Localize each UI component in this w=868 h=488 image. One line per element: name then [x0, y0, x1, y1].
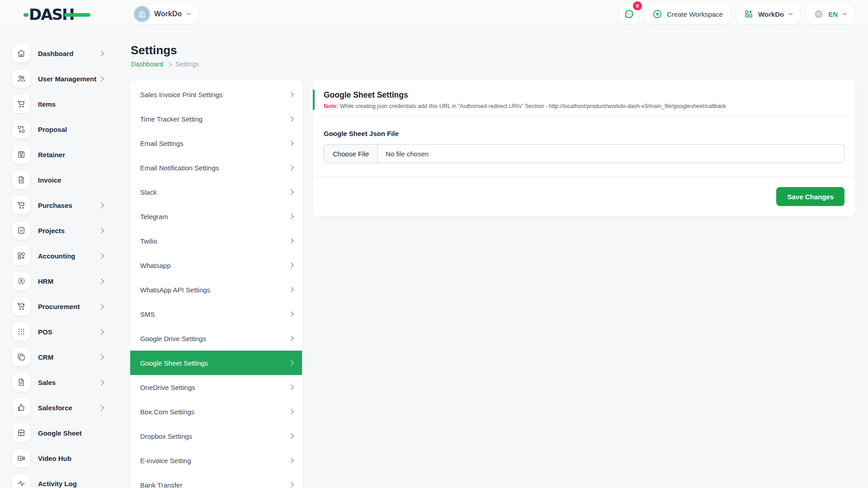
messages-button[interactable]: 0 — [618, 4, 639, 24]
file-icon — [12, 171, 30, 189]
settings-menu-item[interactable]: Slack — [130, 180, 302, 204]
chevron-right-icon — [288, 433, 293, 438]
save-disk-icon — [12, 145, 30, 164]
settings-menu-item[interactable]: SMS — [130, 302, 302, 326]
sidebar-item-video-hub[interactable]: Video Hub — [0, 446, 117, 471]
settings-menu-item[interactable]: OneDrive Settings — [130, 375, 302, 399]
app-switcher[interactable]: WorkDo — [736, 4, 801, 24]
language-selector[interactable]: EN — [806, 4, 854, 24]
building-icon — [137, 9, 146, 19]
chevron-right-icon — [98, 76, 104, 82]
sidebar-item-hrm[interactable]: HRM — [0, 268, 117, 294]
settings-menu-item[interactable]: Telegram — [130, 204, 302, 229]
dash-logo[interactable]: DASH — [29, 6, 88, 23]
check-square-icon — [12, 221, 30, 239]
breadcrumb-dashboard-link[interactable]: Dashboard — [131, 61, 163, 68]
chevron-right-icon — [98, 278, 104, 284]
chevron-right-icon — [288, 238, 293, 243]
chevron-right-icon — [288, 189, 293, 194]
json-file-input[interactable]: Choose File No file chosen — [324, 144, 844, 163]
chevron-right-icon — [288, 263, 293, 267]
panel-header: Google Sheet Settings Note: While creati… — [313, 80, 855, 117]
create-workspace-button[interactable]: Create Workspace — [645, 4, 731, 24]
sidebar-item-user-management[interactable]: User Management — [0, 66, 117, 91]
sidebar-item-crm[interactable]: CRM — [0, 344, 117, 370]
save-changes-button[interactable]: Save Changes — [776, 187, 844, 206]
workspace-avatar — [134, 6, 150, 22]
create-workspace-label: Create Workspace — [667, 10, 723, 18]
chevron-right-icon — [288, 360, 293, 365]
breadcrumb: Dashboard Settings — [131, 61, 199, 68]
sidebar-item-sales[interactable]: Sales — [0, 370, 117, 395]
chevron-right-icon — [288, 116, 293, 121]
chevron-down-icon — [186, 12, 191, 16]
sidebar-item-pos[interactable]: POS — [0, 319, 117, 344]
cart-icon — [12, 196, 30, 214]
file-icon — [12, 373, 30, 391]
copy-icon — [12, 348, 30, 366]
workspace-selector[interactable]: WorkDo — [130, 4, 198, 24]
video-camera-icon — [12, 449, 30, 467]
settings-menu-item[interactable]: Dropbox Settings — [130, 424, 302, 448]
settings-menu-item[interactable]: Google Drive Settings — [130, 326, 302, 351]
breadcrumb-current: Settings — [175, 61, 199, 68]
chat-bubble-icon — [623, 9, 634, 19]
logo-accent-bar — [64, 13, 90, 17]
sidebar-item-items[interactable]: Items — [0, 91, 117, 117]
chevron-right-icon — [288, 409, 293, 414]
sidebar-item-dashboard[interactable]: Dashboard — [0, 41, 117, 66]
workflow-icon — [12, 120, 30, 138]
settings-menu-item[interactable]: Twilio — [130, 229, 302, 253]
chevron-right-icon — [98, 329, 104, 335]
settings-menu-item[interactable]: E-invoice Setting — [130, 448, 302, 473]
dots-grid-icon — [12, 323, 30, 341]
settings-menu-item-active[interactable]: Google Sheet Settings — [130, 351, 302, 375]
page-title: Settings — [131, 43, 177, 57]
chevron-right-icon — [288, 214, 293, 219]
settings-menu-item[interactable]: WhatsApp API Settings — [130, 277, 302, 302]
sidebar-item-accounting[interactable]: Accounting — [0, 243, 117, 268]
chevron-down-icon — [788, 12, 793, 16]
apps-grid-icon — [744, 9, 754, 19]
settings-menu-item[interactable]: Box.Com Settings — [130, 399, 302, 424]
sidebar-item-purchases[interactable]: Purchases — [0, 192, 117, 218]
settings-menu-item[interactable]: Email Notification Settings — [130, 155, 302, 180]
app-switcher-label: WorkDo — [758, 10, 784, 18]
messages-count-badge: 0 — [633, 1, 642, 10]
chevron-right-icon — [288, 287, 293, 292]
sidebar-item-salesforce[interactable]: Salesforce — [0, 395, 117, 420]
file-status-text: No file chosen — [378, 150, 429, 158]
settings-menu-item[interactable]: Bank Transfer — [130, 473, 302, 488]
workspace-name: WorkDo — [154, 10, 182, 18]
chevron-right-icon — [98, 354, 104, 360]
sidebar-item-retainer[interactable]: Retainer — [0, 142, 117, 167]
logo-accent-dot — [24, 13, 28, 17]
settings-menu: Sales Invoice Print Settings Time Tracke… — [130, 80, 302, 488]
chevron-right-icon — [288, 482, 293, 487]
chevron-right-icon — [288, 92, 293, 97]
google-sheet-settings-panel: Google Sheet Settings Note: While creati… — [313, 80, 855, 216]
globe-icon — [814, 9, 824, 19]
sidebar-item-procurement[interactable]: Procurement — [0, 294, 117, 319]
panel-note: Note: While creating json credentials ad… — [324, 103, 844, 109]
panel-title: Google Sheet Settings — [324, 90, 844, 100]
home-icon — [12, 44, 30, 62]
chevron-right-icon — [288, 336, 293, 341]
settings-menu-item[interactable]: Email Settings — [130, 131, 302, 155]
chevron-right-icon — [98, 202, 104, 208]
settings-menu-item[interactable]: Sales Invoice Print Settings — [130, 82, 302, 107]
sidebar-item-invoice[interactable]: Invoice — [0, 167, 117, 192]
chevron-right-icon — [288, 458, 293, 463]
sidebar-item-proposal[interactable]: Proposal — [0, 117, 117, 142]
sidebar-item-activity-log[interactable]: Activity Log — [0, 471, 117, 488]
settings-menu-item[interactable]: Time Tracker Setting — [130, 107, 302, 131]
cart-remove-icon — [12, 297, 30, 315]
chevron-right-icon — [98, 405, 104, 411]
chevron-right-icon — [288, 311, 293, 316]
sidebar-item-google-sheet[interactable]: Google Sheet — [0, 420, 117, 446]
choose-file-button[interactable]: Choose File — [324, 145, 378, 163]
chevron-right-icon — [288, 141, 293, 145]
chevron-down-icon — [842, 12, 847, 16]
sidebar-item-projects[interactable]: Projects — [0, 218, 117, 243]
settings-menu-item[interactable]: Whatsapp — [130, 253, 302, 277]
